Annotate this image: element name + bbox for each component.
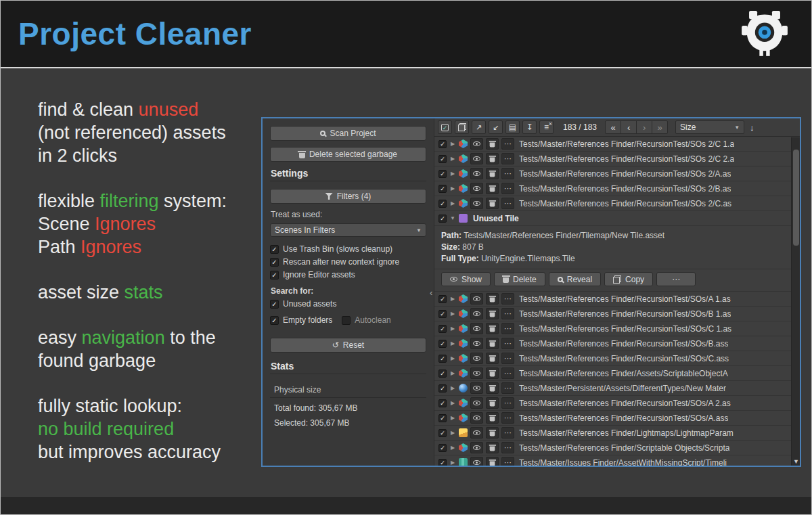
delete-selected-garbage-button[interactable]: Delete selected garbage — [270, 147, 426, 162]
show-asset-button[interactable] — [470, 308, 483, 319]
asset-row[interactable]: ✓▶⋯Tests/Master/References Finder/Recurs… — [434, 411, 791, 426]
delete-asset-button[interactable] — [486, 308, 499, 319]
asset-row[interactable]: ✓▶⋯Tests/Master/References Finder/Recurs… — [434, 307, 791, 321]
asset-row[interactable]: ✓▶⋯Tests/Master/References Finder/Recurs… — [434, 292, 791, 307]
row-checkbox[interactable]: ✓ — [438, 429, 447, 437]
more-actions-button[interactable]: ⋯ — [501, 338, 514, 349]
asset-row[interactable]: ✓▶⋯Tests/Master/References Finder/Recurs… — [434, 166, 791, 181]
show-asset-button[interactable] — [470, 442, 483, 453]
delete-asset-button[interactable] — [486, 183, 499, 194]
use-trash-bin-checkbox[interactable]: ✓ — [270, 245, 279, 254]
row-checkbox[interactable]: ✓ — [438, 325, 447, 333]
scrollbar-thumb[interactable] — [793, 150, 799, 246]
expand-row-icon[interactable]: ▶ — [449, 430, 456, 436]
expand-row-icon[interactable]: ▶ — [449, 326, 456, 332]
expand-row-icon[interactable]: ▶ — [449, 171, 456, 177]
expand-row-icon[interactable]: ▶ — [449, 141, 456, 147]
more-actions-button[interactable]: ⋯ — [501, 427, 514, 439]
row-checkbox[interactable]: ✓ — [438, 140, 447, 148]
show-button[interactable]: Show — [441, 272, 491, 286]
unused-assets-checkbox[interactable]: ✓ — [270, 300, 279, 309]
expand-row-icon[interactable]: ▶ — [449, 200, 456, 206]
expand-row-icon[interactable]: ▶ — [449, 460, 456, 466]
expand-row-icon[interactable]: ▶ — [449, 355, 456, 361]
delete-asset-button[interactable] — [486, 168, 499, 179]
expand-row-icon[interactable]: ▶ — [449, 415, 456, 421]
delete-asset-button[interactable] — [486, 138, 499, 150]
delete-asset-button[interactable] — [486, 338, 499, 349]
asset-row[interactable]: ✓▶⋯Tests/Master/References Finder/Recurs… — [434, 321, 791, 336]
sort-field-dropdown[interactable]: Size▼ — [675, 120, 744, 134]
expand-row-icon[interactable]: ▶ — [449, 340, 456, 346]
show-asset-button[interactable] — [470, 412, 483, 424]
expand-row-icon[interactable]: ▶ — [449, 400, 456, 406]
delete-asset-button[interactable] — [486, 198, 499, 209]
row-checkbox[interactable]: ✓ — [438, 170, 447, 178]
more-actions-button[interactable]: ⋯ — [501, 168, 514, 179]
row-checkbox[interactable]: ✓ — [438, 295, 447, 303]
report-button[interactable]: ▤ — [505, 120, 520, 134]
row-checkbox[interactable]: ✓ — [438, 370, 447, 378]
select-all-button[interactable]: ✓ — [438, 120, 452, 134]
collapse-all-button[interactable]: ↙ — [489, 120, 503, 134]
more-actions-button[interactable]: ⋯ — [501, 183, 514, 194]
filters-button[interactable]: Filters (4) — [270, 189, 426, 204]
expand-row-icon[interactable]: ▶ — [449, 385, 456, 391]
more-actions-button[interactable]: ⋯ — [501, 153, 514, 164]
delete-button[interactable]: Delete — [494, 272, 545, 286]
show-asset-button[interactable] — [470, 153, 483, 164]
more-actions-button[interactable]: ⋯ — [501, 138, 514, 150]
export-button[interactable]: ↧ — [522, 120, 537, 134]
row-checkbox[interactable]: ✓ — [438, 355, 447, 363]
reveal-button[interactable]: Reveal — [549, 272, 601, 286]
expand-row-icon[interactable]: ▶ — [449, 185, 456, 192]
show-asset-button[interactable] — [470, 353, 483, 364]
delete-asset-button[interactable] — [486, 293, 499, 305]
row-checkbox[interactable]: ✓ — [438, 414, 447, 422]
asset-row[interactable]: ✓▶⋯Tests/Master/References Finder/Recurs… — [434, 396, 791, 411]
treat-as-used-dropdown[interactable]: Scenes In Filters▼ — [270, 223, 426, 237]
copy-button[interactable]: Copy — [604, 272, 653, 286]
show-asset-button[interactable] — [470, 427, 483, 439]
row-checkbox[interactable]: ✓ — [438, 444, 447, 452]
rescan-checkbox[interactable]: ✓ — [270, 258, 279, 267]
more-actions-button[interactable]: ⋯ — [501, 367, 514, 379]
row-checkbox[interactable]: ✓ — [438, 200, 447, 208]
autoclean-checkbox[interactable] — [342, 316, 351, 325]
expand-row-icon[interactable]: ▶ — [449, 156, 456, 162]
row-checkbox[interactable]: ✓ — [438, 399, 447, 407]
delete-asset-button[interactable] — [486, 427, 499, 439]
delete-asset-button[interactable] — [486, 382, 499, 394]
asset-row[interactable]: ✓▶⋯Tests/Master/References Finder/Recurs… — [434, 336, 791, 351]
asset-row[interactable]: ✓▶⋯Tests/Master/References Finder/Recurs… — [434, 181, 791, 196]
more-actions-button[interactable]: ⋯ — [501, 308, 514, 319]
more-actions-button[interactable]: ⋯ — [501, 293, 514, 305]
row-checkbox[interactable]: ✓ — [438, 215, 447, 223]
clear-search-button[interactable]: ≡ — [539, 120, 554, 134]
delete-asset-button[interactable] — [486, 367, 499, 379]
next-page-button[interactable]: › — [636, 120, 652, 134]
ignore-editor-checkbox[interactable]: ✓ — [270, 271, 279, 279]
more-actions-button[interactable]: ⋯ — [501, 323, 514, 334]
show-asset-button[interactable] — [470, 457, 483, 466]
show-asset-button[interactable] — [470, 338, 483, 349]
last-page-button[interactable]: » — [652, 120, 668, 134]
expand-row-icon[interactable]: ▶ — [449, 445, 456, 451]
more-actions-button[interactable]: ⋯ — [501, 198, 514, 209]
scrollbar[interactable]: ▼ — [791, 137, 800, 466]
row-checkbox[interactable]: ✓ — [438, 155, 447, 163]
first-page-button[interactable]: « — [605, 120, 621, 134]
delete-asset-button[interactable] — [486, 412, 499, 424]
delete-asset-button[interactable] — [486, 397, 499, 409]
show-asset-button[interactable] — [470, 293, 483, 305]
show-asset-button[interactable] — [470, 397, 483, 409]
show-asset-button[interactable] — [470, 168, 483, 179]
delete-asset-button[interactable] — [486, 153, 499, 164]
copy-selection-button[interactable] — [455, 120, 469, 134]
show-asset-button[interactable] — [470, 382, 483, 394]
show-asset-button[interactable] — [470, 138, 483, 150]
show-asset-button[interactable] — [470, 183, 483, 194]
asset-row[interactable]: ✓▶⋯Tests/Master/References Finder/Lightm… — [434, 426, 791, 441]
expanded-asset-row[interactable]: ✓▼Unused Tile — [434, 211, 791, 226]
asset-row[interactable]: ✓▶⋯Tests/Master/References Finder/Recurs… — [434, 351, 791, 366]
